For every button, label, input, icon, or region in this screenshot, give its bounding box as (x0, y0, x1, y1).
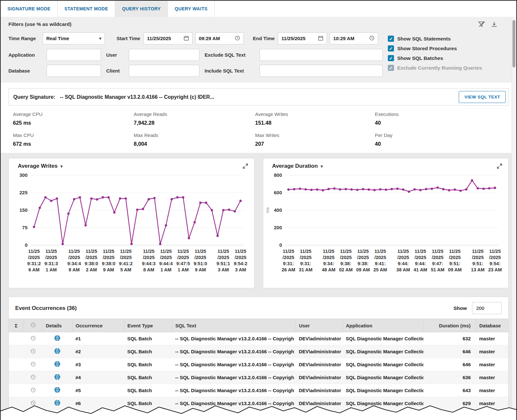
exclude-sql-input[interactable] (260, 49, 383, 61)
globe-icon[interactable] (54, 361, 61, 367)
database-input[interactable] (47, 65, 101, 77)
history-icon[interactable] (30, 348, 36, 354)
column-header-details[interactable]: Details (42, 319, 72, 332)
cell-sql-text: -- SQL Diagnostic Manager v13.2.0.4166 -… (172, 397, 296, 410)
filters-panel: Filters (use % as wildcard) Time Range R… (1, 17, 516, 83)
clear-filters-icon[interactable] (478, 21, 485, 27)
end-time-input[interactable]: 10:29 AM (330, 32, 378, 44)
globe-icon[interactable] (54, 374, 61, 380)
end-date-input[interactable]: 11/25/2025 (278, 32, 327, 44)
cell-details[interactable] (42, 371, 72, 384)
scrollbar-thumb[interactable] (512, 20, 515, 67)
start-date-input[interactable]: 11/25/2025 (143, 32, 193, 44)
checkbox-show-sql-batches[interactable]: ✓Show SQL Batches (388, 55, 482, 61)
checkbox-show-sql-statements[interactable]: ✓Show SQL Statements (388, 36, 482, 42)
cell-history[interactable] (24, 410, 42, 420)
svg-text:11/25: 11/25 (414, 249, 426, 254)
globe-icon[interactable] (54, 413, 61, 419)
svg-text:/2025: /2025 (300, 255, 311, 260)
svg-text:11/25: 11/25 (449, 249, 461, 254)
user-input[interactable] (129, 49, 199, 61)
svg-text:11/25: 11/25 (28, 249, 40, 254)
cell-history[interactable] (24, 345, 42, 358)
column-header-sql-text[interactable]: SQL Text (172, 319, 296, 332)
application-input[interactable] (47, 49, 101, 61)
cell-duration: 646 (423, 358, 476, 371)
show-count-input[interactable] (472, 302, 502, 314)
history-icon[interactable] (30, 387, 36, 393)
cell-user: DEV\administrator (296, 332, 343, 345)
cell-details[interactable] (42, 345, 72, 358)
cell-details[interactable] (42, 358, 72, 371)
tab-query-waits[interactable]: QUERY WAITS (168, 1, 215, 17)
cell-details[interactable] (42, 410, 72, 420)
cell-database: master (476, 371, 508, 384)
history-icon[interactable] (30, 335, 36, 341)
start-time-input[interactable]: 09:29 AM (195, 32, 244, 44)
svg-text:/2025: /2025 (282, 255, 294, 260)
svg-text:9:34:: 9:34: (323, 261, 334, 266)
history-icon[interactable] (30, 361, 36, 367)
column-header-col[interactable]: Σ (9, 319, 24, 332)
column-header-history[interactable] (24, 319, 42, 332)
cell-history[interactable] (24, 358, 42, 371)
tab-query-history[interactable]: QUERY HISTORY (115, 1, 168, 17)
time-range-select[interactable]: Real Time ▾ (43, 32, 105, 44)
stat-value: 151.48 (255, 120, 366, 126)
svg-text:5 AM: 5 AM (120, 267, 131, 272)
column-header-duration-ms[interactable]: Duration (ms) (423, 319, 476, 332)
globe-icon[interactable] (54, 400, 61, 406)
table-row[interactable]: #3SQL Batch-- SQL Diagnostic Manager v13… (9, 358, 508, 371)
table-row[interactable]: #4SQL Batch-- SQL Diagnostic Manager v13… (9, 371, 508, 384)
tab-signature-mode[interactable]: SIGNATURE MODE (1, 1, 58, 17)
charts-row: Average Writes ▾ 07515022530011/25/20259… (1, 153, 516, 294)
cell-history[interactable] (24, 371, 42, 384)
globe-icon[interactable] (54, 335, 61, 341)
svg-text:11/25: 11/25 (143, 249, 155, 254)
include-sql-input[interactable] (260, 65, 383, 77)
cell-details[interactable] (42, 397, 72, 410)
checkbox-show-stored-procedures[interactable]: ✓Show Stored Procedures (388, 45, 482, 51)
chart-metric-select[interactable]: Average Writes ▾ (18, 163, 62, 169)
cell-occurrence: #1 (72, 332, 124, 345)
collapse-filters-icon[interactable] (491, 21, 498, 27)
svg-text:11/25: 11/25 (397, 249, 409, 254)
client-label: Client (106, 68, 124, 74)
column-header-database[interactable]: Database (476, 319, 508, 332)
expand-chart-icon[interactable] (497, 163, 502, 169)
svg-text:/2025: /2025 (28, 255, 40, 260)
tab-statement-mode[interactable]: STATEMENT MODE (58, 1, 115, 17)
table-row[interactable]: #6SQL Batch-- SQL Diagnostic Manager v13… (9, 397, 508, 410)
table-row[interactable]: #5SQL Batch-- SQL Diagnostic Manager v13… (9, 384, 508, 397)
svg-text:51 AM: 51 AM (431, 267, 444, 272)
view-sql-text-button[interactable]: VIEW SQL TEXT (459, 91, 506, 103)
column-header-occurrence[interactable]: Occurrence (72, 319, 124, 332)
svg-text:11/25: 11/25 (432, 249, 444, 254)
svg-text:9:38:: 9:38: (357, 261, 368, 266)
column-header-application[interactable]: Application (343, 319, 423, 332)
column-header-user[interactable]: User (296, 319, 343, 332)
globe-icon[interactable] (54, 387, 61, 393)
cell-occurrence: #2 (72, 345, 124, 358)
cell-history[interactable] (24, 332, 42, 345)
client-input[interactable] (129, 65, 199, 77)
filters-title: Filters (use % as wildcard) (8, 21, 72, 27)
history-icon[interactable] (30, 400, 36, 406)
event-occurrences-table: ΣDetailsOccurrenceEvent TypeSQL TextUser… (9, 319, 508, 420)
table-row[interactable]: #7SQL Batch-- SQL Diagnostic Manager v13… (9, 410, 508, 420)
cell-history[interactable] (24, 384, 42, 397)
column-header-event-type[interactable]: Event Type (124, 319, 172, 332)
chart-metric-select[interactable]: Average Duration ▾ (272, 163, 323, 169)
globe-icon[interactable] (54, 348, 61, 354)
expand-chart-icon[interactable] (242, 163, 248, 169)
table-row[interactable]: #2SQL Batch-- SQL Diagnostic Manager v13… (9, 345, 508, 358)
history-icon[interactable] (30, 374, 36, 380)
cell-details[interactable] (42, 332, 72, 345)
history-icon[interactable] (30, 413, 36, 419)
checkbox-label: Show SQL Statements (397, 36, 451, 42)
cell-duration: 636 (423, 371, 476, 384)
table-row[interactable]: #1SQL Batch-- SQL Diagnostic Manager v13… (9, 332, 508, 345)
cell-details[interactable] (42, 384, 72, 397)
cell-history[interactable] (24, 397, 42, 410)
vertical-scrollbar[interactable] (511, 17, 516, 420)
